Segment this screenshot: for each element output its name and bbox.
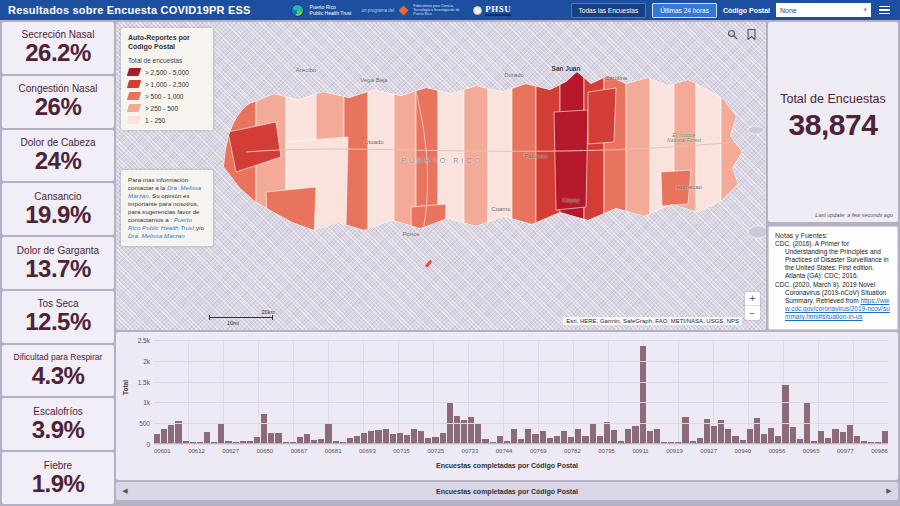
bar[interactable] (654, 429, 660, 443)
all-surveys-button[interactable]: Todas las Encuestas (571, 3, 647, 18)
bar[interactable] (411, 429, 417, 443)
bar[interactable] (268, 433, 274, 443)
pager-prev-icon[interactable]: ◀ (116, 487, 134, 495)
bar[interactable] (690, 441, 696, 443)
bar[interactable] (825, 438, 831, 443)
bar[interactable] (847, 425, 853, 443)
bar[interactable] (861, 441, 867, 443)
zip-code-select[interactable]: None ▾ (776, 3, 871, 17)
contact-link-dra-marzan-2[interactable]: Dra. Melissa Marzan (128, 232, 185, 239)
bar[interactable] (432, 437, 438, 443)
bar[interactable] (597, 436, 603, 443)
bar[interactable] (168, 425, 174, 443)
bar[interactable] (661, 442, 667, 443)
bar[interactable] (454, 416, 460, 443)
stat-card-escalofrios[interactable]: Escalofríos 3.9% (2, 398, 114, 450)
bar[interactable] (840, 432, 846, 443)
bar[interactable] (697, 438, 703, 443)
bar[interactable] (525, 429, 531, 443)
bar[interactable] (218, 423, 224, 443)
bar[interactable] (290, 442, 296, 443)
stat-card-congestion-nasal[interactable]: Congestión Nasal 26% (2, 76, 114, 128)
bar[interactable] (475, 424, 481, 443)
last-24h-button[interactable]: Últimas 24 horas (652, 3, 717, 18)
bar[interactable] (254, 437, 260, 443)
stat-card-tos-seca[interactable]: Tos Seca 12.5% (2, 291, 114, 343)
bar[interactable] (361, 433, 367, 443)
bar[interactable] (375, 430, 381, 443)
bar[interactable] (211, 442, 217, 443)
bar[interactable] (647, 431, 653, 443)
bar[interactable] (625, 429, 631, 443)
bar[interactable] (590, 424, 596, 443)
bar[interactable] (225, 441, 231, 443)
bar[interactable] (761, 434, 767, 443)
bar[interactable] (790, 427, 796, 443)
bar[interactable] (247, 441, 253, 443)
pager-next-icon[interactable]: ▶ (880, 487, 898, 495)
bar[interactable] (468, 417, 474, 443)
bar[interactable] (233, 442, 239, 443)
bar[interactable] (297, 437, 303, 443)
stat-card-secrecion-nasal[interactable]: Secreción Nasal 26.2% (2, 22, 114, 74)
zoom-in-button[interactable]: + (745, 292, 760, 306)
bar[interactable] (347, 438, 353, 443)
bar[interactable] (540, 431, 546, 443)
bar[interactable] (532, 434, 538, 443)
bar[interactable] (675, 442, 681, 443)
bar[interactable] (240, 441, 246, 443)
notes-sources-card[interactable]: Notas y Fuentes: CDC. (2016). A Primer f… (768, 226, 898, 330)
bar[interactable] (154, 434, 160, 443)
bookmark-icon[interactable] (745, 28, 758, 41)
bar[interactable] (397, 433, 403, 444)
bar[interactable] (283, 442, 289, 443)
bar[interactable] (818, 431, 824, 443)
bar[interactable] (618, 441, 624, 443)
bar[interactable] (511, 429, 517, 443)
bar[interactable] (197, 442, 203, 443)
bar[interactable] (261, 414, 267, 443)
bar[interactable] (711, 426, 717, 443)
bar[interactable] (811, 441, 817, 443)
bar[interactable] (354, 436, 360, 443)
bar[interactable] (275, 433, 281, 443)
stat-card-dolor-de-cabeza[interactable]: Dolor de Cabeza 24% (2, 130, 114, 182)
bar[interactable] (604, 422, 610, 443)
bar[interactable] (497, 436, 503, 443)
bar[interactable] (782, 385, 788, 443)
bar[interactable] (797, 439, 803, 443)
bar[interactable] (575, 429, 581, 443)
bar[interactable] (175, 421, 181, 443)
bar[interactable] (582, 436, 588, 443)
bar[interactable] (747, 429, 753, 443)
bar[interactable] (318, 439, 324, 443)
bar[interactable] (668, 442, 674, 443)
bar[interactable] (161, 429, 167, 443)
stat-card-dificultad-para-respirar[interactable]: Dificultad para Respirar 4.3% (2, 345, 114, 397)
bar[interactable] (340, 442, 346, 443)
bar[interactable] (832, 429, 838, 443)
bar[interactable] (568, 437, 574, 443)
bar[interactable] (725, 429, 731, 443)
bar[interactable] (204, 432, 210, 443)
bar[interactable] (732, 436, 738, 443)
stat-card-dolor-de-garganta[interactable]: Dolor de Garganta 13.7% (2, 237, 114, 289)
bar[interactable] (768, 428, 774, 443)
bar[interactable] (311, 440, 317, 444)
bar[interactable] (875, 442, 881, 443)
bar[interactable] (333, 441, 339, 443)
bar[interactable] (754, 418, 760, 443)
bar[interactable] (325, 424, 331, 443)
menu-icon[interactable] (877, 4, 892, 17)
bar[interactable] (390, 434, 396, 443)
stat-card-fiebre[interactable]: Fiebre 1.9% (2, 452, 114, 504)
bar[interactable] (632, 426, 638, 444)
bar[interactable] (183, 441, 189, 443)
bar[interactable] (383, 429, 389, 443)
bar[interactable] (190, 442, 196, 443)
bar[interactable] (418, 431, 424, 443)
bar[interactable] (404, 435, 410, 443)
bar[interactable] (554, 436, 560, 443)
bar[interactable] (440, 433, 446, 443)
choropleth-map[interactable]: Aguadilla Arecibo Vega Baja Dorado San J… (116, 22, 766, 330)
